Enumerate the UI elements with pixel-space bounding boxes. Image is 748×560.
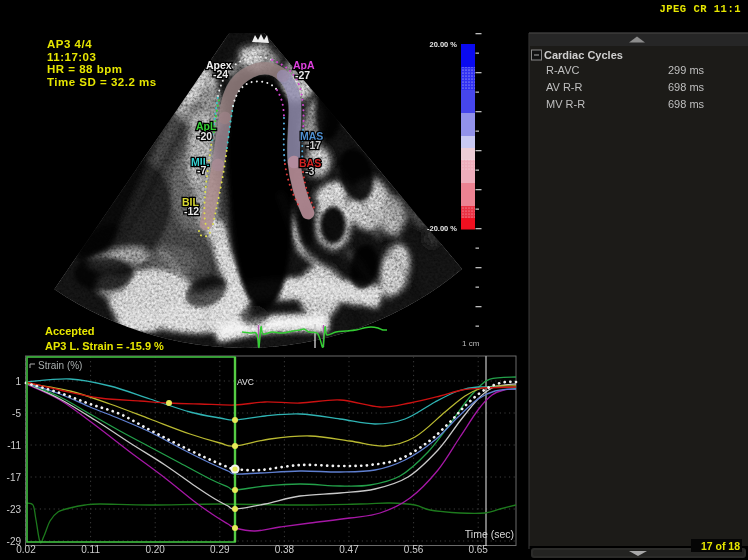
svg-text:Time SD = 32.2 ms: Time SD = 32.2 ms — [47, 76, 157, 88]
svg-text:-17: -17 — [7, 472, 22, 483]
svg-text:Time (sec): Time (sec) — [465, 528, 514, 540]
svg-text:AVC: AVC — [237, 377, 254, 387]
svg-text:Accepted: Accepted — [45, 325, 95, 337]
svg-text:-3: -3 — [305, 165, 314, 177]
svg-text:-5: -5 — [12, 408, 21, 419]
svg-text:-23: -23 — [7, 504, 22, 515]
svg-text:0.20: 0.20 — [145, 544, 165, 555]
svg-text:0.29: 0.29 — [210, 544, 230, 555]
svg-text:-11: -11 — [7, 440, 21, 451]
svg-text:-17: -17 — [306, 139, 321, 151]
svg-text:299 ms: 299 ms — [668, 64, 705, 76]
svg-text:0.47: 0.47 — [339, 544, 359, 555]
svg-text:AP3 L. Strain = -15.9 %: AP3 L. Strain = -15.9 % — [45, 340, 164, 352]
svg-text:17 of 18: 17 of 18 — [701, 540, 740, 552]
svg-text:-27: -27 — [295, 69, 310, 81]
svg-text:JPEG CR 11:1: JPEG CR 11:1 — [659, 3, 741, 15]
svg-text:-12: -12 — [184, 205, 199, 217]
svg-text:0.38: 0.38 — [275, 544, 295, 555]
svg-text:Cardiac Cycles: Cardiac Cycles — [544, 49, 623, 61]
svg-text:11:17:03: 11:17:03 — [47, 51, 96, 63]
svg-text:698 ms: 698 ms — [668, 81, 705, 93]
svg-text:R-AVC: R-AVC — [546, 64, 579, 76]
svg-text:0.02: 0.02 — [16, 544, 36, 555]
svg-text:20.00 %: 20.00 % — [429, 40, 457, 49]
svg-text:Strain (%): Strain (%) — [38, 360, 82, 371]
svg-text:AP3 4/4: AP3 4/4 — [47, 38, 92, 50]
svg-text:698 ms: 698 ms — [668, 98, 705, 110]
svg-text:0.11: 0.11 — [81, 544, 100, 555]
svg-text:HR = 88 bpm: HR = 88 bpm — [47, 63, 122, 75]
svg-text:-20: -20 — [197, 130, 212, 142]
svg-text:MV R-R: MV R-R — [546, 98, 585, 110]
svg-text:AV R-R: AV R-R — [546, 81, 583, 93]
svg-text:0.65: 0.65 — [468, 544, 488, 555]
svg-text:-20.00 %: -20.00 % — [427, 224, 457, 233]
svg-text:-24: -24 — [213, 68, 228, 80]
svg-text:-7: -7 — [197, 164, 206, 176]
svg-text:1: 1 — [15, 376, 21, 387]
svg-text:0.56: 0.56 — [404, 544, 424, 555]
svg-text:1 cm: 1 cm — [462, 339, 480, 348]
